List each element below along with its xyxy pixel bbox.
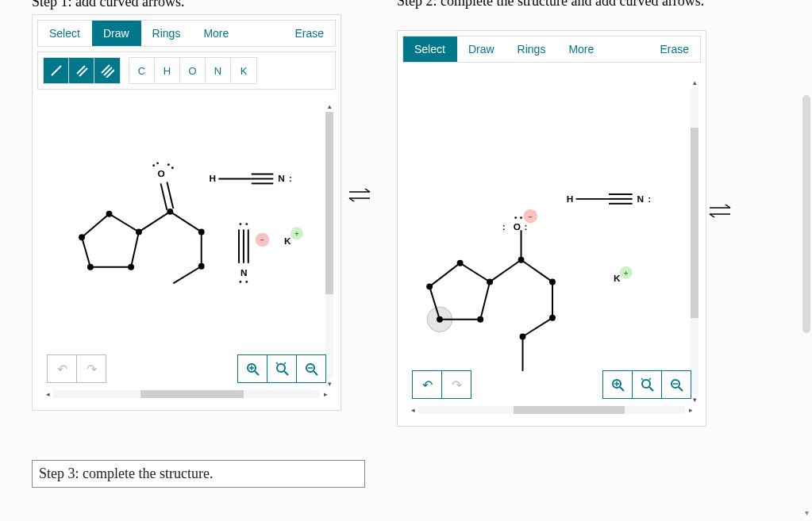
toolbar: Select Draw Rings More Erase xyxy=(37,20,336,47)
svg-line-17 xyxy=(161,183,167,209)
atom-n-button[interactable]: N xyxy=(206,58,231,83)
atom-h-button[interactable]: H xyxy=(155,58,180,83)
scrollbar-thumb[interactable] xyxy=(802,95,810,333)
scroll-up-icon[interactable]: ▴ xyxy=(324,101,335,112)
lone-pair-colon: : xyxy=(502,221,506,232)
undo-icon: ↶ xyxy=(422,377,433,393)
zoom-in-icon xyxy=(245,362,260,376)
svg-point-14 xyxy=(87,264,94,270)
rings-tab[interactable]: Rings xyxy=(141,21,193,46)
svg-line-65 xyxy=(521,260,552,282)
svg-point-38 xyxy=(245,281,248,283)
zoom-group xyxy=(602,370,691,399)
single-bond-button[interactable] xyxy=(44,58,69,83)
draw-tab[interactable]: Draw xyxy=(92,21,141,46)
page-scroll-down-arrow[interactable]: ▾ xyxy=(801,507,812,518)
svg-line-4 xyxy=(52,66,61,75)
undo-button[interactable]: ↶ xyxy=(413,371,442,398)
canvas-horizontal-scrollbar[interactable]: ◂ ▸ xyxy=(407,404,696,416)
svg-point-53 xyxy=(426,283,433,289)
zoom-in-button[interactable] xyxy=(238,355,267,382)
h-label: H xyxy=(567,193,574,205)
svg-line-83 xyxy=(649,387,653,391)
atom-o-button[interactable]: O xyxy=(180,58,206,83)
scroll-up-icon[interactable]: ▴ xyxy=(689,77,700,88)
zoom-fit-button[interactable] xyxy=(633,371,662,398)
triple-bond-icon xyxy=(100,63,114,78)
scroll-right-icon[interactable]: ▸ xyxy=(320,389,331,400)
svg-text:−: − xyxy=(528,213,533,221)
drawing-canvas[interactable]: : O : − H xyxy=(402,77,701,421)
svg-line-48 xyxy=(284,371,288,375)
zoom-fit-button[interactable] xyxy=(267,355,297,382)
svg-point-37 xyxy=(240,281,242,283)
svg-line-85 xyxy=(679,387,683,391)
scrollbar-thumb[interactable] xyxy=(140,390,244,398)
draw-tab[interactable]: Draw xyxy=(457,36,506,62)
n2-label: N xyxy=(241,267,248,278)
svg-point-56 xyxy=(477,316,483,323)
undo-redo-group: ↶ ↷ xyxy=(47,354,106,383)
canvas-horizontal-scrollbar[interactable]: ◂ ▸ xyxy=(42,388,331,400)
scroll-left-icon[interactable]: ◂ xyxy=(42,389,53,400)
erase-button[interactable]: Erase xyxy=(648,36,700,62)
zoom-out-icon xyxy=(304,362,318,376)
svg-line-69 xyxy=(523,318,552,337)
atom-c-button[interactable]: C xyxy=(129,58,155,83)
svg-line-50 xyxy=(314,371,317,375)
scroll-left-icon[interactable]: ◂ xyxy=(407,404,418,416)
zoom-in-icon xyxy=(610,377,625,392)
svg-point-61 xyxy=(514,216,517,219)
k-label: K xyxy=(284,236,291,247)
n-label: N xyxy=(637,193,645,205)
single-bond-icon xyxy=(49,63,63,78)
svg-text:−: − xyxy=(260,236,265,244)
step3-title-box: Step 3: complete the structure. xyxy=(32,460,365,488)
page-vertical-scrollbar[interactable] xyxy=(802,0,810,508)
redo-button[interactable]: ↷ xyxy=(77,355,106,382)
toolbar: Select Draw Rings More Erase xyxy=(402,36,701,63)
more-tab[interactable]: More xyxy=(557,36,606,62)
scrollbar-thumb[interactable] xyxy=(325,112,333,294)
canvas-vertical-scrollbar[interactable]: ▴ ▾ xyxy=(323,101,336,389)
triple-bond-button[interactable] xyxy=(94,58,120,83)
svg-text:+: + xyxy=(624,269,629,278)
scrollbar-thumb[interactable] xyxy=(514,406,625,414)
undo-button[interactable]: ↶ xyxy=(48,355,77,382)
double-bond-icon xyxy=(75,63,89,78)
atom-k-button[interactable]: K xyxy=(231,58,256,83)
redo-icon: ↷ xyxy=(452,377,462,393)
scrollbar-thumb[interactable] xyxy=(691,128,698,318)
lone-pair-colon: : xyxy=(648,193,651,205)
select-tab[interactable]: Select xyxy=(403,36,457,62)
step2-title: Step 2: complete the structure and add c… xyxy=(397,0,730,13)
lone-pair-colon: : xyxy=(524,221,527,232)
svg-line-18 xyxy=(167,182,173,208)
svg-point-82 xyxy=(642,380,650,388)
svg-point-13 xyxy=(128,264,134,270)
redo-icon: ↷ xyxy=(87,362,97,377)
drawing-canvas[interactable]: O H N : xyxy=(37,101,336,405)
atom-group: C H O N K xyxy=(129,57,257,84)
redo-button[interactable]: ↷ xyxy=(442,371,471,398)
svg-point-10 xyxy=(79,234,85,240)
rings-tab[interactable]: Rings xyxy=(506,36,558,62)
erase-button[interactable]: Erase xyxy=(283,21,335,46)
h-label: H xyxy=(210,173,217,184)
zoom-out-button[interactable] xyxy=(662,371,691,398)
zoom-out-button[interactable] xyxy=(297,355,325,382)
select-tab[interactable]: Select xyxy=(38,21,92,46)
svg-point-36 xyxy=(245,223,248,225)
canvas-vertical-scrollbar[interactable]: ▴ ▾ xyxy=(688,77,701,405)
more-tab[interactable]: More xyxy=(192,21,241,46)
double-bond-button[interactable] xyxy=(69,58,94,83)
editor-panel-2: Select Draw Rings More Erase xyxy=(397,30,706,427)
zoom-in-button[interactable] xyxy=(603,371,633,398)
svg-point-54 xyxy=(457,260,464,266)
svg-point-22 xyxy=(171,167,174,169)
svg-point-47 xyxy=(277,364,285,372)
o-label: O xyxy=(514,221,521,232)
zoom-fit-icon xyxy=(640,377,654,392)
lone-pair-colon: : xyxy=(289,173,292,184)
scroll-right-icon[interactable]: ▸ xyxy=(685,404,696,416)
